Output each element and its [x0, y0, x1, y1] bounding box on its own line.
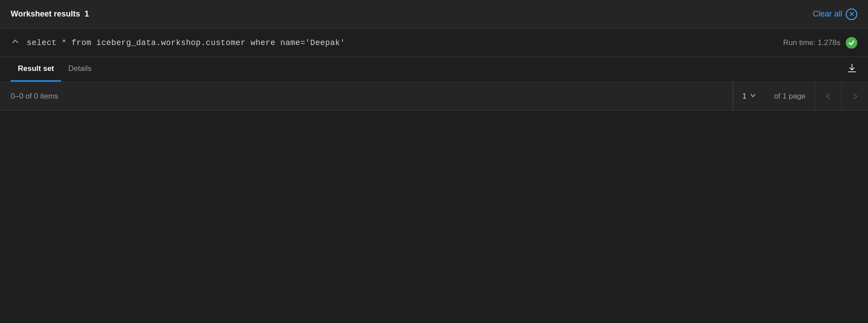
of-page-label: of 1 page: [765, 92, 815, 101]
query-left: select * from iceberg_data.workshop.cust…: [11, 37, 345, 48]
pagination-bar: 0–0 of 0 items 1 of 1 page: [0, 82, 868, 111]
collapse-query-button[interactable]: [11, 37, 20, 48]
clear-all-button[interactable]: Clear all ✕: [813, 8, 857, 20]
run-time-label: Run time: 1.278s: [783, 38, 840, 47]
prev-page-button[interactable]: [815, 82, 841, 110]
close-circle-icon: ✕: [846, 8, 857, 20]
tab-result-set[interactable]: Result set: [11, 57, 61, 82]
query-row: select * from iceberg_data.workshop.cust…: [0, 29, 868, 57]
header-left: Worksheet results 1: [11, 9, 89, 19]
pagination-controls: 1 of 1 page: [733, 82, 868, 110]
header-right: Clear all ✕: [813, 8, 857, 20]
tabs-row: Result set Details: [0, 57, 868, 82]
header-bar: Worksheet results 1 Clear all ✕: [0, 0, 868, 29]
download-button[interactable]: [847, 63, 857, 76]
tab-details[interactable]: Details: [61, 57, 98, 82]
page-dropdown-icon: [750, 92, 756, 100]
success-status-icon: [846, 37, 857, 49]
items-count-label: 0–0 of 0 items: [0, 92, 733, 101]
query-right: Run time: 1.278s: [783, 37, 857, 49]
current-page-number: 1: [742, 92, 746, 101]
clear-all-label: Clear all: [813, 9, 842, 19]
result-count-badge: 1: [85, 9, 89, 19]
close-icon: ✕: [849, 11, 855, 18]
worksheet-results-title: Worksheet results: [11, 9, 80, 19]
query-text: select * from iceberg_data.workshop.cust…: [27, 38, 345, 47]
details-tab-label: Details: [68, 64, 91, 73]
next-page-button[interactable]: [841, 82, 868, 110]
tabs-left: Result set Details: [11, 57, 98, 82]
result-set-tab-label: Result set: [18, 64, 54, 73]
empty-results-area: [0, 111, 868, 323]
page-selector[interactable]: 1: [733, 82, 765, 110]
